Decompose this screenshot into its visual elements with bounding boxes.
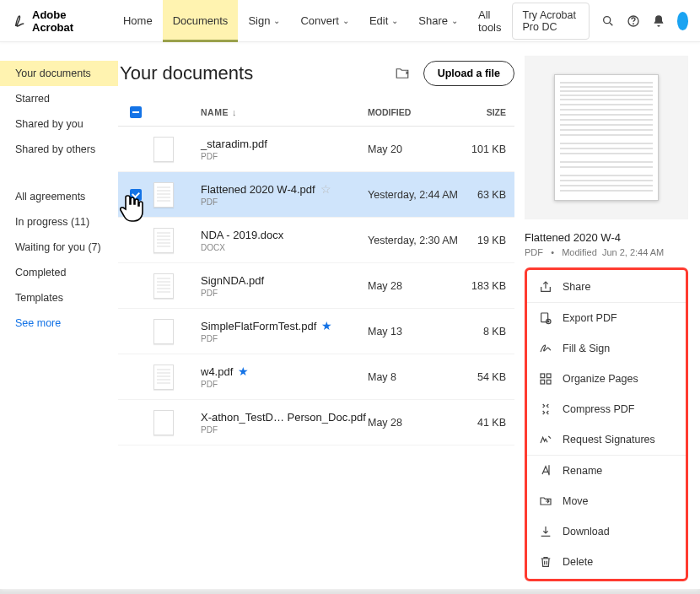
action-share[interactable]: Share [527,272,686,302]
sidebar-item-in-progress[interactable]: In progress (11) [0,209,118,235]
row-checkbox[interactable] [130,189,142,201]
action-organize-pages[interactable]: Organize Pages [527,364,686,394]
search-icon[interactable] [601,14,615,29]
sidebar-item-completed[interactable]: Completed [0,260,118,285]
table-row[interactable]: Flattened 2020 W-4.pdf☆PDFYesterday, 2:4… [118,172,514,218]
detail-title: Flattened 2020 W-4 [525,231,688,244]
sidebar-item-shared-by-you[interactable]: Shared by you [0,111,118,137]
title-row: Your documents Upload a file [118,44,514,103]
signature-icon [539,433,552,446]
help-icon[interactable] [627,14,640,29]
file-preview[interactable] [525,56,688,219]
action-move[interactable]: Move [527,486,686,516]
row-checkbox[interactable] [130,371,142,383]
row-checkbox[interactable] [130,280,142,292]
file-name: X-athon_TestD… Person_Doc.pdf [201,411,366,424]
page-title: Your documents [120,62,395,84]
star-icon[interactable]: ★ [238,364,249,378]
action-download[interactable]: Download [527,516,686,547]
svg-line-1 [610,23,612,25]
sidebar-item-all-agreements[interactable]: All agreements [0,184,118,209]
table-row[interactable]: SimpleFlatFormTest.pdf★PDFMay 138 KB [118,309,514,354]
nav-edit[interactable]: Edit⌄ [359,0,408,42]
file-type: PDF [201,380,368,389]
column-size[interactable]: SIZE [462,107,514,117]
file-size: 183 KB [462,280,514,292]
select-all-checkbox[interactable] [130,106,142,118]
action-fill-sign[interactable]: Fill & Sign [527,333,686,364]
nav-alltools[interactable]: All tools [468,0,511,42]
column-modified[interactable]: MODIFIED [368,107,462,117]
table-row[interactable]: w4.pdf★PDFMay 854 KB [118,354,514,400]
table-row[interactable]: NDA - 2019.docxDOCXYesterday, 2:30 AM19 … [118,218,514,263]
file-size: 54 KB [462,371,514,383]
file-type: PDF [201,425,368,435]
star-icon[interactable]: ★ [321,319,332,332]
actions-highlight-box: Share Export PDF Fill & Sign Organize Pa… [525,267,688,581]
file-name: NDA - 2019.docx [201,229,283,241]
move-icon [539,494,552,508]
sidebar-item-waiting-for-you[interactable]: Waiting for you (7) [0,235,118,260]
column-name[interactable]: NAME ↓ [201,107,368,117]
table-row[interactable]: SignNDA.pdfPDFMay 28183 KB [118,263,514,309]
sort-down-icon: ↓ [232,107,237,117]
file-modified: May 20 [368,143,462,155]
share-icon [539,280,552,294]
file-modified: May 28 [368,417,462,429]
nav-sign[interactable]: Sign⌄ [238,0,290,42]
brand-logo-wrap[interactable]: Adobe Acrobat [12,8,89,34]
file-name: SignNDA.pdf [201,274,264,287]
file-thumbnail [153,137,174,162]
chevron-down-icon: ⌄ [451,16,458,25]
sidebar-see-more[interactable]: See more [0,310,118,336]
file-modified: Yesterday, 2:30 AM [368,235,462,246]
sidebar-item-your-documents[interactable]: Your documents [0,61,118,86]
nav-convert[interactable]: Convert⌄ [290,0,359,42]
action-rename[interactable]: Rename [527,456,686,486]
row-checkbox[interactable] [130,235,142,246]
grid-icon [539,372,552,386]
action-request-signatures[interactable]: Request Signatures [527,424,686,455]
nav-share[interactable]: Share⌄ [408,0,468,42]
svg-rect-8 [541,380,545,384]
upload-file-button[interactable]: Upload a file [423,61,514,86]
action-export-pdf[interactable]: Export PDF [527,303,686,333]
row-checkbox[interactable] [130,326,142,338]
sidebar-item-shared-by-others[interactable]: Shared by others [0,137,118,162]
table-row[interactable]: _staradim.pdfPDFMay 20101 KB [118,127,514,172]
file-thumbnail [153,319,174,344]
chevron-down-icon: ⌄ [273,16,280,25]
try-acrobat-button[interactable]: Try Acrobat Pro DC [512,3,590,40]
avatar[interactable] [677,12,688,30]
nav-documents[interactable]: Documents [163,0,239,42]
file-name: SimpleFlatFormTest.pdf [201,320,316,332]
action-delete[interactable]: Delete [527,547,686,577]
file-type: DOCX [201,243,368,252]
compress-icon [539,402,552,416]
chevron-down-icon: ⌄ [342,16,349,25]
star-icon[interactable]: ☆ [320,182,331,196]
file-name: Flattened 2020 W-4.pdf [201,183,315,196]
pen-icon [539,342,552,355]
main-panel: Your documents Upload a file NAME ↓ MODI… [118,44,514,446]
table-row[interactable]: X-athon_TestD… Person_Doc.pdfPDFMay 2841… [118,400,514,446]
table-header: NAME ↓ MODIFIED SIZE [118,103,514,127]
brand-name: Adobe Acrobat [32,8,89,34]
file-thumbnail [153,273,174,299]
file-size: 101 KB [462,143,514,155]
sidebar-item-templates[interactable]: Templates [0,285,118,310]
file-type: PDF [201,289,368,298]
file-thumbnail [153,228,174,253]
file-thumbnail [153,364,174,390]
file-size: 19 KB [462,235,514,246]
sidebar-item-starred[interactable]: Starred [0,86,118,111]
row-checkbox[interactable] [130,143,142,155]
row-checkbox[interactable] [130,417,142,429]
action-compress-pdf[interactable]: Compress PDF [527,394,686,424]
bell-icon[interactable] [652,14,665,29]
file-thumbnail [153,182,174,208]
file-type: PDF [201,152,368,161]
file-modified: May 28 [368,280,462,292]
nav-home[interactable]: Home [113,0,163,42]
add-to-folder-icon[interactable] [395,66,410,81]
